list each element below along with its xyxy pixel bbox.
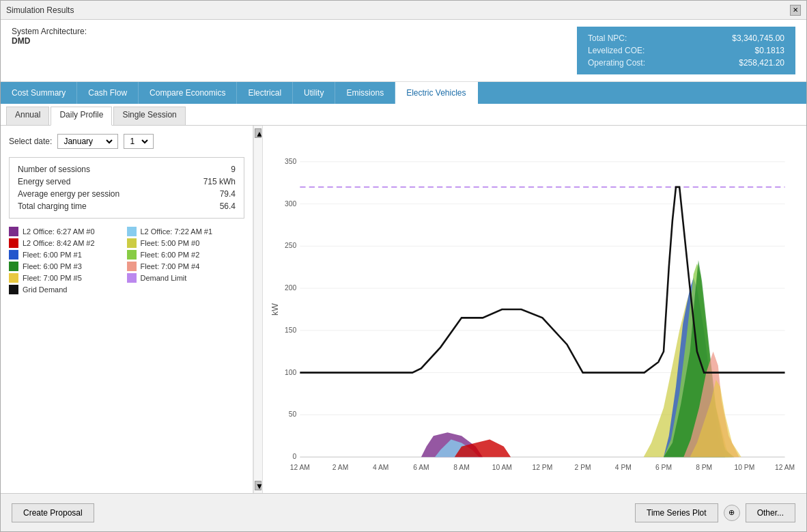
legend-label-1: L2 Office: 8:42 AM #2 [23,239,95,247]
stat-row-0: Number of sessions 9 [18,163,236,176]
svg-text:300: 300 [285,200,296,208]
system-arch-value: DMD [12,36,30,46]
create-proposal-button[interactable]: Create Proposal [12,503,94,522]
window-title: Simulation Results [6,5,74,15]
legend-color-2 [9,250,18,260]
other-button[interactable]: Other... [746,503,795,522]
legend-label-4: Fleet: 7:00 PM #5 [23,274,82,282]
tab-emissions[interactable]: Emissions [335,82,395,104]
month-select-wrapper[interactable]: January February March April May June Ju… [57,134,118,149]
legend-label-r1: Fleet: 5:00 PM #0 [141,239,200,247]
scroll-arrow-up[interactable]: ▲ [255,128,261,138]
title-bar: Simulation Results ✕ [1,1,806,20]
svg-text:250: 250 [285,242,296,249]
month-select[interactable]: January February March April May June Ju… [61,136,115,147]
tab-compare-economics[interactable]: Compare Economics [139,82,237,104]
main-window: Simulation Results ✕ System Architecture… [0,0,807,532]
legend-label-r2: Fleet: 6:00 PM #2 [141,251,200,259]
session-stats-table: Number of sessions 9 Energy served 715 k… [9,157,244,219]
bottom-right-actions: Time Series Plot ⊕ Other... [635,503,795,522]
legend-color-r0 [127,227,137,236]
stat-val-0: 9 [231,165,236,174]
stat-row-2: Average energy per session 79.4 [18,188,236,200]
legend-item-r3: Fleet: 7:00 PM #4 [127,262,245,271]
sub-tab-annual[interactable]: Annual [6,107,49,125]
legend-color-grid [9,285,18,294]
bottom-left-actions: Create Proposal [12,503,94,522]
legend-area: L2 Office: 6:27 AM #0 L2 Office: 8:42 AM… [9,227,244,294]
levelized-coe-row: Levelized COE: $0.1813 [588,44,784,57]
system-arch-label: System Architecture: [12,27,87,36]
legend-label-3: Fleet: 6:00 PM #3 [23,262,82,270]
tab-electrical[interactable]: Electrical [237,82,293,104]
time-series-plot-button[interactable]: Time Series Plot [635,503,718,522]
system-architecture: System Architecture: DMD [12,27,87,46]
main-tab-bar: Cost Summary Cash Flow Compare Economics… [1,82,806,104]
legend-color-1 [9,238,18,248]
legend-color-r2 [127,250,137,260]
legend-color-0 [9,227,18,236]
legend-right-col: L2 Office: 7:22 AM #1 Fleet: 5:00 PM #0 … [127,227,245,294]
legend-color-3 [9,262,18,271]
svg-text:12 AM: 12 AM [290,464,310,471]
grid-demand-line [300,187,784,373]
stat-val-2: 79.4 [220,189,236,199]
legend-item-grid: Grid Demand [9,285,127,294]
date-select-row: Select date: January February March Apri… [9,134,244,149]
stat-val-3: 56.4 [220,201,236,211]
tab-utility[interactable]: Utility [293,82,335,104]
legend-color-4 [9,273,18,283]
legend-item-4: Fleet: 7:00 PM #5 [9,273,127,283]
legend-label-2: Fleet: 6:00 PM #1 [23,251,82,259]
svg-text:6 PM: 6 PM [655,464,672,471]
svg-text:2 PM: 2 PM [575,464,591,471]
system-info-bar: System Architecture: DMD Total NPC: $3,3… [1,20,806,82]
day-select[interactable]: 1234 5678 910 [127,136,150,147]
close-button[interactable]: ✕ [790,5,801,16]
left-panel: Select date: January February March Apri… [1,126,253,493]
svg-text:200: 200 [285,284,296,292]
sub-tab-daily-profile[interactable]: Daily Profile [51,107,112,126]
tab-electric-vehicles[interactable]: Electric Vehicles [395,82,477,104]
sub-tab-bar: Annual Daily Profile Single Session [1,104,806,126]
legend-color-r1 [127,238,137,248]
svg-text:100: 100 [285,369,296,376]
svg-text:10 PM: 10 PM [735,464,755,471]
scroll-arrow-down[interactable]: ▼ [255,481,261,490]
svg-text:2 AM: 2 AM [332,464,348,471]
legend-label-0: L2 Office: 6:27 AM #0 [23,227,95,236]
stat-row-1: Energy served 715 kWh [18,176,236,188]
total-npc-value: $3,340,745.00 [732,33,784,43]
legend-item-2: Fleet: 6:00 PM #1 [9,250,127,260]
chart-area: kW 350 300 250 200 [263,126,806,493]
summary-stats-box: Total NPC: $3,340,745.00 Levelized COE: … [577,27,795,74]
stat-key-1: Energy served [18,177,70,186]
other-circle-button[interactable]: ⊕ [724,505,740,521]
legend-item-r0: L2 Office: 7:22 AM #1 [127,227,245,236]
legend-item-0: L2 Office: 6:27 AM #0 [9,227,127,236]
svg-text:6 AM: 6 AM [413,464,429,471]
levelized-coe-label: Levelized COE: [588,46,645,55]
svg-text:350: 350 [285,158,296,165]
date-select-label: Select date: [9,137,52,146]
svg-text:8 AM: 8 AM [453,464,469,471]
svg-text:0: 0 [292,453,296,460]
svg-text:50: 50 [289,410,297,418]
svg-text:12 AM: 12 AM [775,464,795,471]
stat-val-1: 715 kWh [203,177,236,186]
total-npc-row: Total NPC: $3,340,745.00 [588,32,784,44]
legend-label-r0: L2 Office: 7:22 AM #1 [141,227,213,236]
svg-text:4 AM: 4 AM [373,464,388,471]
left-panel-scrollbar[interactable]: ▲ ▼ [253,126,263,493]
sub-tab-single-session[interactable]: Single Session [113,107,185,125]
svg-text:12 PM: 12 PM [533,464,553,471]
legend-item-r1: Fleet: 5:00 PM #0 [127,238,245,248]
svg-text:8 PM: 8 PM [696,464,712,471]
operating-cost-value: $258,421.20 [739,58,784,68]
stat-key-2: Average energy per session [18,189,119,199]
day-select-wrapper[interactable]: 1234 5678 910 [124,134,154,149]
legend-item-1: L2 Office: 8:42 AM #2 [9,238,127,248]
tab-cash-flow[interactable]: Cash Flow [77,82,139,104]
tab-cost-summary[interactable]: Cost Summary [1,82,77,104]
content-area: Select date: January February March Apri… [1,126,806,493]
